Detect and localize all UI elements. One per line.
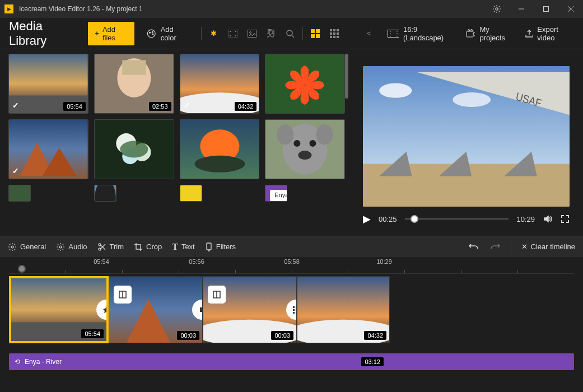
- transition-type-icon[interactable]: [208, 286, 226, 304]
- progress-knob[interactable]: [411, 215, 418, 223]
- media-thumb[interactable]: [180, 119, 260, 179]
- play-button[interactable]: ▶: [363, 213, 371, 225]
- clear-timeline-button[interactable]: ✕Clear timeline: [521, 242, 575, 251]
- svg-point-5: [147, 30, 155, 38]
- svg-rect-61: [9, 185, 30, 201]
- timeline-clip[interactable]: 04:32: [297, 276, 390, 343]
- close-button[interactable]: [558, 0, 583, 18]
- time-tick: 05:58: [284, 258, 300, 265]
- svg-point-57: [310, 140, 316, 147]
- search-icon[interactable]: [284, 28, 296, 39]
- time-tick: 10:29: [376, 258, 392, 265]
- svg-point-6: [150, 32, 151, 33]
- media-thumb-audio[interactable]: Enya - River: [265, 185, 287, 202]
- settings-icon[interactable]: [484, 0, 509, 18]
- general-button[interactable]: General: [8, 242, 46, 251]
- svg-point-50: [120, 141, 148, 158]
- timeline-clip[interactable]: 05:54: [9, 276, 109, 343]
- filter-all-icon[interactable]: ✱: [208, 28, 220, 39]
- palette-icon: [147, 29, 156, 39]
- check-icon: ✓: [12, 166, 19, 175]
- media-thumb[interactable]: [94, 119, 174, 179]
- media-thumb[interactable]: ✓ 05:54: [8, 54, 88, 114]
- video-track: 05:54 00:03 00:03 04:32: [0, 274, 583, 348]
- svg-rect-11: [230, 35, 231, 36]
- media-thumb[interactable]: ✓: [8, 119, 88, 179]
- media-thumb[interactable]: [94, 185, 116, 202]
- crop-button[interactable]: Crop: [134, 242, 162, 251]
- media-thumb[interactable]: ✓ 04:32: [180, 54, 260, 114]
- media-thumb[interactable]: [180, 185, 202, 202]
- audio-clip-label: Enya - River: [25, 358, 62, 366]
- media-thumb[interactable]: [265, 119, 345, 179]
- volume-icon[interactable]: [543, 214, 553, 224]
- aspect-ratio-button[interactable]: 16:9 (Landscape): [388, 25, 455, 42]
- filter-video-icon[interactable]: [227, 28, 239, 39]
- media-thumb[interactable]: [265, 54, 345, 114]
- svg-rect-23: [333, 29, 335, 31]
- filters-button[interactable]: Filters: [205, 242, 236, 251]
- loop-icon: ⟲: [15, 358, 20, 366]
- svg-rect-90: [293, 306, 295, 308]
- x-icon: ✕: [521, 242, 528, 251]
- svg-point-0: [496, 8, 498, 10]
- svg-rect-26: [333, 32, 335, 35]
- gear-icon: [8, 242, 17, 251]
- check-icon: ✓: [12, 101, 19, 110]
- add-color-button[interactable]: Add color: [141, 22, 194, 45]
- filter-bar: ✱: [208, 28, 296, 39]
- timeline-clip[interactable]: 00:03: [109, 276, 203, 343]
- grid-large-icon[interactable]: [310, 28, 321, 39]
- maximize-button[interactable]: [534, 0, 558, 18]
- svg-rect-13: [235, 35, 236, 36]
- filters-icon: [205, 242, 213, 251]
- time-ruler[interactable]: 05:54 05:56 05:58 10:29: [9, 257, 574, 274]
- svg-rect-19: [316, 29, 320, 33]
- camera-icon: [466, 29, 475, 38]
- collapse-icon[interactable]: <: [363, 28, 374, 39]
- aspect-icon: [388, 30, 399, 38]
- trim-button[interactable]: Trim: [97, 242, 124, 251]
- view-mode: [310, 28, 340, 39]
- preview-viewport[interactable]: USAF: [363, 66, 570, 207]
- clip-duration: 04:32: [364, 331, 386, 340]
- fullscreen-icon[interactable]: [561, 214, 570, 223]
- audio-button[interactable]: Audio: [56, 242, 87, 251]
- grid-small-icon[interactable]: [329, 28, 340, 39]
- top-toolbar: Media Library +Add files Add color ✱ < 1…: [0, 18, 583, 49]
- svg-point-59: [277, 124, 293, 144]
- export-video-button[interactable]: Export video: [525, 25, 574, 42]
- minimize-button[interactable]: [509, 0, 534, 18]
- timeline: 05:54 05:56 05:58 10:29 05:54 00:03 00:0…: [0, 257, 583, 392]
- add-files-button[interactable]: +Add files: [88, 22, 134, 45]
- svg-rect-27: [337, 32, 339, 35]
- svg-point-15: [249, 31, 251, 33]
- filter-audio-icon[interactable]: [265, 28, 277, 39]
- undo-button[interactable]: [468, 242, 479, 252]
- redo-button[interactable]: [489, 242, 501, 252]
- audio-track[interactable]: ⟲ Enya - River 03:12: [9, 353, 574, 370]
- app-logo: ▶: [4, 4, 13, 13]
- duration-badge: 04:32: [235, 102, 257, 111]
- plus-icon: +: [95, 29, 99, 38]
- svg-point-35: [468, 29, 470, 31]
- timeline-clip[interactable]: 00:03: [203, 276, 297, 343]
- my-projects-button[interactable]: My projects: [466, 25, 514, 42]
- transition-type-icon[interactable]: [114, 286, 132, 304]
- edit-toolbar: General Audio Trim Crop TText Filters ✕C…: [0, 236, 583, 257]
- svg-rect-24: [337, 29, 339, 31]
- library-scrollbar[interactable]: [345, 54, 348, 99]
- text-button[interactable]: TText: [172, 242, 195, 252]
- current-time: 00:25: [379, 215, 397, 223]
- svg-point-69: [379, 83, 412, 98]
- media-thumb[interactable]: 02:53: [94, 54, 174, 114]
- svg-rect-96: [293, 312, 295, 314]
- filter-image-icon[interactable]: [246, 28, 258, 39]
- clip-duration: 00:03: [271, 331, 293, 340]
- svg-rect-18: [311, 29, 315, 33]
- svg-point-8: [152, 34, 153, 35]
- svg-rect-2: [544, 7, 549, 12]
- svg-rect-25: [330, 32, 332, 35]
- media-thumb[interactable]: [8, 185, 31, 202]
- progress-slider[interactable]: [405, 218, 509, 220]
